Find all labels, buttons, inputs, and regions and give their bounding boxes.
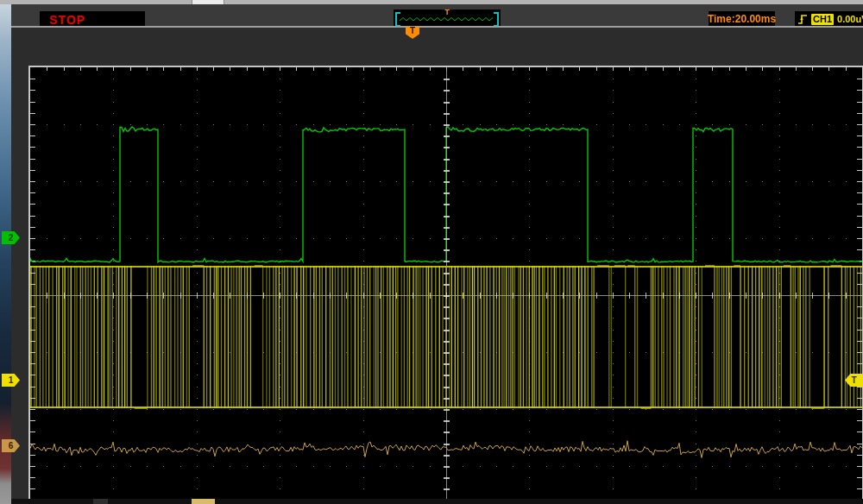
preview-right-bracket-icon[interactable]: [494, 12, 499, 27]
oscilloscope-window: STOP T Time:20.00ms CH1 0.00uV T 2: [0, 0, 863, 504]
timebase-value: Time:20.00ms: [708, 13, 776, 25]
acquisition-status-label: STOP: [40, 13, 85, 27]
timebase-readout-box: Time:20.00ms: [709, 11, 775, 27]
scope-toolbar: STOP T Time:20.00ms CH1 0.00uV: [11, 4, 863, 26]
trigger-level-marker-label: T: [851, 375, 856, 385]
scope-waveform-display[interactable]: [30, 67, 862, 504]
channel-6-marker-label: 6: [9, 441, 14, 450]
channel-1-marker-label: 1: [9, 375, 14, 385]
background-window-sliver: [0, 0, 11, 504]
channel-2-marker-label: 2: [9, 233, 14, 243]
trigger-position-flag-label: T: [410, 26, 415, 35]
bottom-status-strip: [11, 499, 863, 504]
trigger-readout-box: CH1 0.00uV: [795, 11, 863, 27]
bottom-strip-highlight-fragment: [192, 499, 215, 504]
preview-waveform-thumbnail: [400, 14, 494, 24]
bottom-strip-fragment: [93, 499, 108, 504]
scope-display-panel: [11, 28, 863, 504]
trigger-level-value: 0.00uV: [837, 14, 863, 24]
rising-edge-trigger-icon: [797, 13, 808, 26]
trigger-source-badge: CH1: [811, 14, 834, 25]
waveform-preview-slider[interactable]: T: [394, 9, 501, 26]
